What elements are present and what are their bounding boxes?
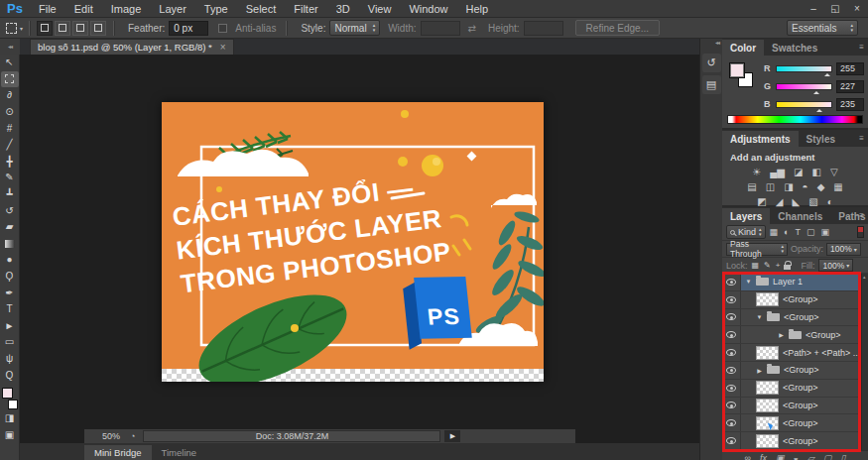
selective-color-icon[interactable]: ◐ xyxy=(827,197,833,207)
menu-file[interactable]: File xyxy=(30,3,65,15)
panel-menu-icon[interactable]: ≡ xyxy=(859,211,864,220)
path-selection-tool[interactable]: ► xyxy=(1,318,19,335)
layer-row[interactable]: <Path> + <Path> ... xyxy=(722,344,868,362)
layer-thumbnail[interactable] xyxy=(756,381,779,395)
workspace-select[interactable]: Essentials ▴▾ xyxy=(787,20,858,36)
spot-healing-brush-tool[interactable]: ╋ xyxy=(1,154,19,171)
layer-visibility-toggle[interactable] xyxy=(722,326,741,343)
color-spectrum-ramp[interactable] xyxy=(727,115,863,124)
close-document-icon[interactable]: × xyxy=(220,42,226,53)
document-tab[interactable]: blog số 11.psd @ 50% (Layer 1, RGB/8) * … xyxy=(30,39,234,55)
menu-3d[interactable]: 3D xyxy=(327,3,359,15)
hue-saturation-icon[interactable]: ▤ xyxy=(747,182,756,192)
intersect-selection-button[interactable] xyxy=(90,21,106,36)
menu-edit[interactable]: Edit xyxy=(65,3,102,15)
add-to-selection-button[interactable] xyxy=(55,21,70,36)
channel-slider-g[interactable] xyxy=(776,83,832,90)
brush-tool[interactable]: ✎ xyxy=(1,170,19,186)
layer-visibility-toggle[interactable] xyxy=(722,362,741,379)
filter-smart-objects-icon[interactable]: ▣ xyxy=(821,227,830,237)
menu-type[interactable]: Type xyxy=(195,3,237,15)
exposure-icon[interactable]: ◧ xyxy=(812,168,821,177)
layer-visibility-toggle[interactable] xyxy=(722,432,741,449)
panel-menu-icon[interactable]: ≡ xyxy=(859,43,864,52)
tab-mini-bridge[interactable]: Mini Bridge xyxy=(84,445,152,460)
new-adjustment-layer-button[interactable]: ◒ xyxy=(794,454,799,460)
black-white-icon[interactable]: ◨ xyxy=(784,182,793,192)
edit-in-quick-mask-button[interactable]: ◨ xyxy=(1,410,19,427)
document-canvas[interactable]: CÁCH THAY ĐỔI — KÍCH THƯỚC LAYER TRONG P… xyxy=(162,102,544,382)
change-screen-mode-button[interactable]: ▣ xyxy=(1,426,19,443)
layer-visibility-toggle[interactable] xyxy=(722,309,741,326)
photo-filter-icon[interactable]: ◓ xyxy=(803,182,808,192)
expand-closed-icon[interactable]: ▶ xyxy=(756,367,763,374)
invert-icon[interactable]: ◩ xyxy=(757,197,766,207)
layer-row-body[interactable]: ▶<Group> xyxy=(741,326,868,343)
panel-menu-icon[interactable]: ≡ xyxy=(859,134,864,143)
close-button[interactable]: × xyxy=(846,0,868,17)
opacity-select[interactable]: 100% ▾ xyxy=(826,243,861,256)
layer-thumbnail[interactable] xyxy=(756,346,779,360)
menu-select[interactable]: Select xyxy=(237,3,286,15)
foreground-color-swatch[interactable] xyxy=(729,62,745,78)
adjustments-tab-adjustments[interactable]: Adjustments xyxy=(722,131,799,147)
filter-kind-select[interactable]: Kind ▴▾ xyxy=(726,225,766,239)
layer-row-body[interactable]: ▶<Group> xyxy=(741,362,868,379)
quick-selection-tool[interactable]: ⊙ xyxy=(1,104,19,121)
layer-thumbnail[interactable] xyxy=(756,416,779,430)
dodge-tool[interactable]: Ϙ xyxy=(1,269,19,286)
adjustments-tab-styles[interactable]: Styles xyxy=(799,131,843,147)
brightness-contrast-icon[interactable]: ☀ xyxy=(752,168,761,177)
new-layer-button[interactable]: ▢ xyxy=(823,454,832,460)
menu-filter[interactable]: Filter xyxy=(285,3,326,15)
layer-row[interactable]: <Group> xyxy=(722,291,868,309)
blur-tool[interactable]: ● xyxy=(1,252,19,269)
layer-row-body[interactable]: ▼Layer 1 xyxy=(741,274,868,290)
filter-type-layers-icon[interactable]: T xyxy=(795,227,801,237)
channel-slider-r[interactable] xyxy=(776,65,832,72)
lasso-tool[interactable]: ∂ xyxy=(1,87,19,104)
history-brush-tool[interactable]: ↺ xyxy=(1,202,19,219)
curves-icon[interactable]: ◪ xyxy=(794,168,803,177)
layer-visibility-toggle[interactable] xyxy=(722,344,741,361)
layer-row[interactable]: <Group> xyxy=(722,432,868,450)
layer-thumbnail[interactable] xyxy=(756,399,779,412)
color-balance-icon[interactable]: ◫ xyxy=(766,182,775,192)
slider-thumb[interactable] xyxy=(816,106,822,112)
layer-row-body[interactable]: <Group> xyxy=(741,398,868,414)
restore-button[interactable]: ◱ xyxy=(824,0,846,17)
add-layer-mask-button[interactable]: ▣ xyxy=(776,454,785,460)
filter-adjustment-layers-icon[interactable]: ◐ xyxy=(784,227,789,237)
channel-slider-b[interactable] xyxy=(776,101,832,108)
antialias-checkbox[interactable] xyxy=(218,24,227,33)
layer-row-body[interactable]: ▼<Group> xyxy=(741,309,868,326)
layers-scrollbar[interactable] xyxy=(861,274,868,450)
levels-icon[interactable]: ▄▆ xyxy=(770,168,785,177)
layer-row[interactable]: <Group> xyxy=(722,380,868,398)
layer-row[interactable]: ▶<Group> xyxy=(722,326,868,344)
feather-input[interactable]: 0 px xyxy=(169,21,208,36)
toolbar-color-swatches[interactable] xyxy=(1,387,19,410)
lock-image-pixels-icon[interactable]: ✎ xyxy=(764,261,771,270)
menu-view[interactable]: View xyxy=(359,3,401,15)
minimize-button[interactable]: – xyxy=(803,0,824,17)
fill-select[interactable]: 100% ▾ xyxy=(818,259,853,272)
blend-mode-select[interactable]: Pass Through ▴▾ xyxy=(726,243,788,256)
layer-visibility-toggle[interactable] xyxy=(722,380,741,397)
pen-tool[interactable]: ✒ xyxy=(1,285,19,301)
layer-row-body[interactable]: <Group> xyxy=(741,291,868,308)
move-tool[interactable]: ↖ xyxy=(1,55,19,71)
menu-window[interactable]: Window xyxy=(400,3,456,15)
channel-mixer-icon[interactable]: ◆ xyxy=(817,182,825,192)
channel-value-r[interactable]: 255 xyxy=(836,62,864,75)
background-color-swatch[interactable] xyxy=(8,400,18,409)
style-select[interactable]: Normal ▴▾ xyxy=(329,20,380,36)
layer-row[interactable]: <Group> xyxy=(722,398,868,415)
delete-layer-button[interactable]: ▯ xyxy=(840,454,845,460)
layer-row[interactable]: <Group> xyxy=(722,414,868,432)
layer-filter-toggle[interactable] xyxy=(857,226,864,238)
expand-panels-icon[interactable]: ◂◂ xyxy=(700,39,722,51)
vibrance-icon[interactable]: ▽ xyxy=(830,168,838,177)
layer-thumbnail[interactable] xyxy=(756,434,779,448)
tab-timeline[interactable]: Timeline xyxy=(152,445,207,460)
